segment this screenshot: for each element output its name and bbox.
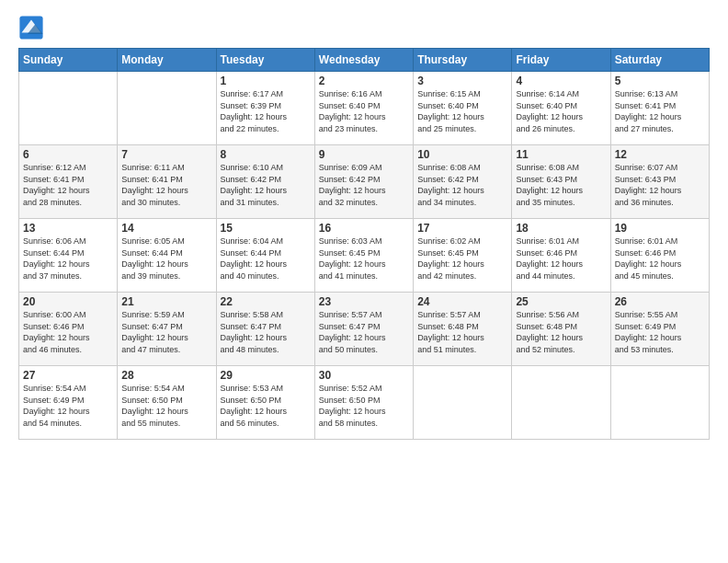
header xyxy=(18,15,710,40)
calendar-header-wednesday: Wednesday xyxy=(314,49,413,72)
day-info: Sunrise: 6:15 AM Sunset: 6:40 PM Dayligh… xyxy=(417,88,507,134)
calendar-cell xyxy=(414,366,512,440)
calendar-cell: 15Sunrise: 6:04 AM Sunset: 6:44 PM Dayli… xyxy=(216,219,314,293)
day-info: Sunrise: 6:17 AM Sunset: 6:39 PM Dayligh… xyxy=(221,88,311,134)
day-number: 28 xyxy=(121,369,211,382)
calendar-cell: 20Sunrise: 6:00 AM Sunset: 6:46 PM Dayli… xyxy=(19,293,118,366)
day-info: Sunrise: 6:06 AM Sunset: 6:44 PM Dayligh… xyxy=(23,236,113,282)
calendar-header-saturday: Saturday xyxy=(610,49,709,72)
day-number: 23 xyxy=(319,295,409,308)
calendar-header-tuesday: Tuesday xyxy=(216,49,314,72)
calendar-header-row: SundayMondayTuesdayWednesdayThursdayFrid… xyxy=(19,49,710,72)
calendar-cell: 14Sunrise: 6:05 AM Sunset: 6:44 PM Dayli… xyxy=(118,219,216,293)
day-info: Sunrise: 6:01 AM Sunset: 6:46 PM Dayligh… xyxy=(615,236,705,282)
calendar-week-row: 20Sunrise: 6:00 AM Sunset: 6:46 PM Dayli… xyxy=(19,293,710,366)
day-info: Sunrise: 6:08 AM Sunset: 6:43 PM Dayligh… xyxy=(516,162,606,208)
day-info: Sunrise: 6:08 AM Sunset: 6:42 PM Dayligh… xyxy=(417,162,507,208)
day-info: Sunrise: 6:16 AM Sunset: 6:40 PM Dayligh… xyxy=(319,88,409,134)
day-info: Sunrise: 6:03 AM Sunset: 6:45 PM Dayligh… xyxy=(319,236,409,282)
calendar-cell: 26Sunrise: 5:55 AM Sunset: 6:49 PM Dayli… xyxy=(610,293,709,366)
day-info: Sunrise: 6:10 AM Sunset: 6:42 PM Dayligh… xyxy=(221,162,311,208)
day-info: Sunrise: 5:54 AM Sunset: 6:50 PM Dayligh… xyxy=(121,383,211,429)
day-number: 14 xyxy=(121,222,211,235)
day-info: Sunrise: 5:53 AM Sunset: 6:50 PM Dayligh… xyxy=(221,383,311,429)
day-info: Sunrise: 6:05 AM Sunset: 6:44 PM Dayligh… xyxy=(121,236,211,282)
day-info: Sunrise: 6:01 AM Sunset: 6:46 PM Dayligh… xyxy=(516,236,606,282)
calendar-cell: 6Sunrise: 6:12 AM Sunset: 6:41 PM Daylig… xyxy=(19,145,118,219)
calendar-table: SundayMondayTuesdayWednesdayThursdayFrid… xyxy=(18,48,710,440)
calendar-cell xyxy=(118,72,216,145)
day-number: 29 xyxy=(221,369,311,382)
calendar-header-monday: Monday xyxy=(118,49,216,72)
calendar-cell: 10Sunrise: 6:08 AM Sunset: 6:42 PM Dayli… xyxy=(414,145,512,219)
day-number: 17 xyxy=(417,222,507,235)
day-number: 10 xyxy=(417,148,507,161)
day-number: 1 xyxy=(221,75,311,87)
calendar-week-row: 27Sunrise: 5:54 AM Sunset: 6:49 PM Dayli… xyxy=(19,366,710,440)
calendar-cell: 8Sunrise: 6:10 AM Sunset: 6:42 PM Daylig… xyxy=(216,145,314,219)
day-info: Sunrise: 5:58 AM Sunset: 6:47 PM Dayligh… xyxy=(221,309,311,355)
day-info: Sunrise: 5:57 AM Sunset: 6:48 PM Dayligh… xyxy=(417,309,507,355)
calendar-cell xyxy=(512,366,610,440)
calendar-cell: 2Sunrise: 6:16 AM Sunset: 6:40 PM Daylig… xyxy=(314,72,413,145)
day-number: 21 xyxy=(121,295,211,308)
day-number: 27 xyxy=(23,369,113,382)
page: SundayMondayTuesdayWednesdayThursdayFrid… xyxy=(0,0,728,563)
day-info: Sunrise: 6:07 AM Sunset: 6:43 PM Dayligh… xyxy=(615,162,705,208)
day-info: Sunrise: 6:12 AM Sunset: 6:41 PM Dayligh… xyxy=(23,162,113,208)
calendar-week-row: 1Sunrise: 6:17 AM Sunset: 6:39 PM Daylig… xyxy=(19,72,710,145)
calendar-cell: 23Sunrise: 5:57 AM Sunset: 6:47 PM Dayli… xyxy=(314,293,413,366)
day-info: Sunrise: 5:52 AM Sunset: 6:50 PM Dayligh… xyxy=(319,383,409,429)
day-number: 2 xyxy=(319,75,409,87)
calendar-cell xyxy=(19,72,118,145)
logo xyxy=(18,15,48,40)
calendar-cell: 17Sunrise: 6:02 AM Sunset: 6:45 PM Dayli… xyxy=(414,219,512,293)
calendar-cell: 9Sunrise: 6:09 AM Sunset: 6:42 PM Daylig… xyxy=(314,145,413,219)
day-info: Sunrise: 6:11 AM Sunset: 6:41 PM Dayligh… xyxy=(121,162,211,208)
day-info: Sunrise: 5:56 AM Sunset: 6:48 PM Dayligh… xyxy=(516,309,606,355)
day-number: 25 xyxy=(516,295,606,308)
day-number: 3 xyxy=(417,75,507,87)
day-info: Sunrise: 6:04 AM Sunset: 6:44 PM Dayligh… xyxy=(221,236,311,282)
day-number: 30 xyxy=(319,369,409,382)
calendar-cell: 22Sunrise: 5:58 AM Sunset: 6:47 PM Dayli… xyxy=(216,293,314,366)
day-info: Sunrise: 6:14 AM Sunset: 6:40 PM Dayligh… xyxy=(516,88,606,134)
day-number: 9 xyxy=(319,148,409,161)
calendar-cell: 3Sunrise: 6:15 AM Sunset: 6:40 PM Daylig… xyxy=(414,72,512,145)
calendar-cell: 21Sunrise: 5:59 AM Sunset: 6:47 PM Dayli… xyxy=(118,293,216,366)
day-info: Sunrise: 5:54 AM Sunset: 6:49 PM Dayligh… xyxy=(23,383,113,429)
calendar-header-thursday: Thursday xyxy=(414,49,512,72)
calendar-cell: 11Sunrise: 6:08 AM Sunset: 6:43 PM Dayli… xyxy=(512,145,610,219)
day-info: Sunrise: 5:59 AM Sunset: 6:47 PM Dayligh… xyxy=(121,309,211,355)
calendar-cell: 12Sunrise: 6:07 AM Sunset: 6:43 PM Dayli… xyxy=(610,145,709,219)
day-number: 7 xyxy=(121,148,211,161)
day-number: 5 xyxy=(615,75,705,87)
calendar-cell: 1Sunrise: 6:17 AM Sunset: 6:39 PM Daylig… xyxy=(216,72,314,145)
calendar-header-friday: Friday xyxy=(512,49,610,72)
day-info: Sunrise: 6:02 AM Sunset: 6:45 PM Dayligh… xyxy=(417,236,507,282)
day-number: 4 xyxy=(516,75,606,87)
calendar-week-row: 6Sunrise: 6:12 AM Sunset: 6:41 PM Daylig… xyxy=(19,145,710,219)
calendar-cell: 29Sunrise: 5:53 AM Sunset: 6:50 PM Dayli… xyxy=(216,366,314,440)
day-number: 8 xyxy=(221,148,311,161)
calendar-cell: 7Sunrise: 6:11 AM Sunset: 6:41 PM Daylig… xyxy=(118,145,216,219)
calendar-cell: 4Sunrise: 6:14 AM Sunset: 6:40 PM Daylig… xyxy=(512,72,610,145)
day-number: 15 xyxy=(221,222,311,235)
calendar-cell: 28Sunrise: 5:54 AM Sunset: 6:50 PM Dayli… xyxy=(118,366,216,440)
day-number: 24 xyxy=(417,295,507,308)
day-number: 11 xyxy=(516,148,606,161)
calendar-cell: 19Sunrise: 6:01 AM Sunset: 6:46 PM Dayli… xyxy=(610,219,709,293)
day-info: Sunrise: 6:13 AM Sunset: 6:41 PM Dayligh… xyxy=(615,88,705,134)
calendar-cell: 27Sunrise: 5:54 AM Sunset: 6:49 PM Dayli… xyxy=(19,366,118,440)
day-info: Sunrise: 6:00 AM Sunset: 6:46 PM Dayligh… xyxy=(23,309,113,355)
calendar-cell: 24Sunrise: 5:57 AM Sunset: 6:48 PM Dayli… xyxy=(414,293,512,366)
calendar-cell: 13Sunrise: 6:06 AM Sunset: 6:44 PM Dayli… xyxy=(19,219,118,293)
day-number: 20 xyxy=(23,295,113,308)
calendar-cell: 5Sunrise: 6:13 AM Sunset: 6:41 PM Daylig… xyxy=(610,72,709,145)
day-number: 6 xyxy=(23,148,113,161)
calendar-cell: 16Sunrise: 6:03 AM Sunset: 6:45 PM Dayli… xyxy=(314,219,413,293)
calendar-cell: 18Sunrise: 6:01 AM Sunset: 6:46 PM Dayli… xyxy=(512,219,610,293)
calendar-header-sunday: Sunday xyxy=(19,49,118,72)
day-number: 19 xyxy=(615,222,705,235)
day-number: 16 xyxy=(319,222,409,235)
